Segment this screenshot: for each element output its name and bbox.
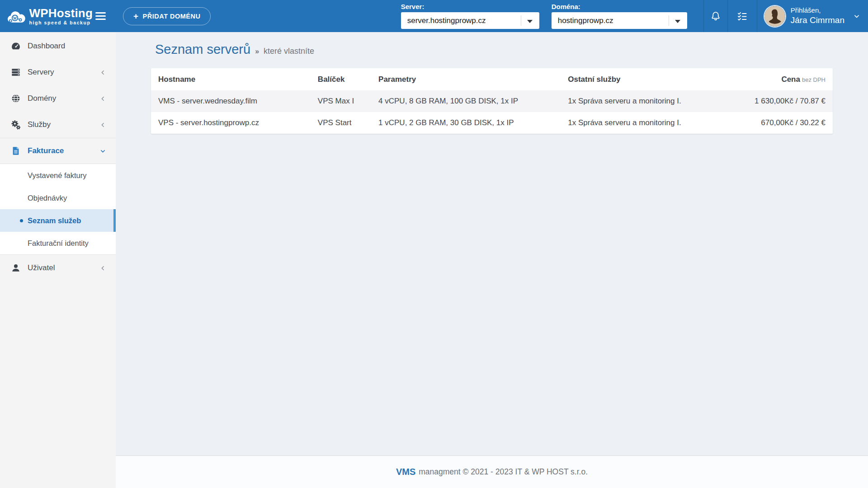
- page-subtitle: které vlastníte: [264, 47, 314, 56]
- server-select[interactable]: server.hostingprowp.cz: [401, 12, 539, 29]
- server-select-value: server.hostingprowp.cz: [407, 16, 486, 25]
- add-domain-button[interactable]: + PŘIDAT DOMÉNU: [123, 7, 211, 25]
- sidebar-item-domeny[interactable]: Domény: [0, 85, 116, 112]
- sidebar-subitem-objednavky[interactable]: Objednávky: [0, 187, 116, 209]
- menu-toggle-button[interactable]: [93, 9, 108, 23]
- user-status: Přihlášen,: [791, 6, 844, 15]
- user-name: Jára Cimrman: [791, 15, 844, 26]
- sidebar-item-uzivatel[interactable]: Uživatel: [0, 255, 116, 281]
- cell-hostname: VMS - server.wednesday.film: [151, 90, 311, 112]
- domain-select-value: hostingprowp.cz: [558, 16, 613, 25]
- domain-select-label: Doména:: [552, 3, 687, 10]
- brand: WPHosting high speed & backup: [0, 0, 116, 32]
- list-check-icon: [736, 11, 748, 22]
- sidebar-item-servery[interactable]: Servery: [0, 59, 116, 85]
- cell-services: 1x Správa serveru a monitoring I.: [561, 112, 730, 134]
- chevron-down-icon: [854, 13, 860, 19]
- col-parametry: Parametry: [371, 68, 561, 90]
- cell-params: 1 vCPU, 2 GB RAM, 30 GB DISK, 1x IP: [371, 112, 561, 134]
- caret-down-icon: [675, 20, 680, 23]
- content: Seznam serverů » které vlastníte Hostnam…: [116, 32, 868, 455]
- col-ostatni-sluzby: Ostatní služby: [561, 68, 730, 90]
- footer: VMS managment © 2021 - 2023 IT & WP HOST…: [116, 455, 868, 488]
- cloud-logo-icon: [5, 6, 27, 27]
- tasks-button[interactable]: [727, 0, 757, 32]
- notifications-button[interactable]: [703, 0, 727, 32]
- cell-price: 1 630,00Kč / 70.87 €: [731, 90, 833, 112]
- chevron-left-icon: [100, 265, 106, 271]
- app: WPHosting high speed & backup + PŘIDAT D…: [0, 0, 868, 488]
- top-header: WPHosting high speed & backup + PŘIDAT D…: [0, 0, 868, 32]
- bell-icon: [710, 11, 721, 22]
- sidebar-item-dashboard[interactable]: Dashboard: [0, 33, 116, 59]
- table-row: VPS - server.hostingprowp.cz VPS Start 1…: [151, 112, 833, 134]
- col-hostname: Hostname: [151, 68, 311, 90]
- cell-package: VPS Start: [311, 112, 371, 134]
- page-title: Seznam serverů » které vlastníte: [155, 42, 833, 57]
- avatar: [764, 6, 785, 27]
- invoice-icon: [11, 146, 21, 156]
- footer-brand: VMS: [396, 467, 415, 477]
- server-icon: [11, 67, 21, 77]
- brand-tagline: high speed & backup: [29, 20, 93, 25]
- cell-params: 4 vCPU, 8 GB RAM, 100 GB DISK, 1x IP: [371, 90, 561, 112]
- chevron-left-icon: [100, 70, 106, 75]
- cell-hostname: VPS - server.hostingprowp.cz: [151, 112, 311, 134]
- cell-services: 1x Správa serveru a monitoring I.: [561, 90, 730, 112]
- server-select-label: Server:: [401, 3, 539, 10]
- cell-price: 670,00Kč / 30.22 €: [731, 112, 833, 134]
- table-header-row: Hostname Balíček Parametry Ostatní služb…: [151, 68, 833, 90]
- chevron-left-icon: [100, 96, 106, 102]
- cena-note: bez DPH: [802, 76, 826, 83]
- chevron-left-icon: [100, 122, 106, 128]
- table-row: VMS - server.wednesday.film VPS Max I 4 …: [151, 90, 833, 112]
- user-menu[interactable]: Přihlášen, Jára Cimrman: [757, 0, 868, 32]
- brand-title: WPHosting: [29, 7, 93, 19]
- chevron-down-icon: [100, 148, 106, 154]
- col-balicek: Balíček: [311, 68, 371, 90]
- sidebar: Dashboard Servery: [0, 32, 116, 488]
- caret-down-icon: [527, 20, 533, 23]
- fakturace-submenu: Vystavené faktury Objednávky Seznam služ…: [0, 164, 116, 254]
- server-select-group: Server: server.hostingprowp.cz: [401, 0, 539, 29]
- add-domain-label: PŘIDAT DOMÉNU: [143, 13, 201, 20]
- domain-select-group: Doména: hostingprowp.cz: [552, 0, 687, 29]
- globe-icon: [11, 94, 21, 103]
- breadcrumb-separator: »: [255, 47, 259, 56]
- col-cena: Cenabez DPH: [731, 68, 833, 90]
- cell-package: VPS Max I: [311, 90, 371, 112]
- footer-text: managment © 2021 - 2023 IT & WP HOST s.r…: [419, 467, 588, 477]
- page-title-text: Seznam serverů: [155, 42, 250, 57]
- services-table: Hostname Balíček Parametry Ostatní služb…: [151, 68, 833, 134]
- sidebar-subitem-fakturacni-identity[interactable]: Fakturační identity: [0, 232, 116, 254]
- domain-select[interactable]: hostingprowp.cz: [552, 12, 687, 29]
- sidebar-item-fakturace[interactable]: Fakturace: [0, 138, 116, 164]
- sidebar-item-sluzby[interactable]: Služby: [0, 112, 116, 138]
- gears-icon: [11, 120, 21, 130]
- user-icon: [11, 263, 21, 273]
- sidebar-subitem-seznam-sluzeb[interactable]: Seznam služeb: [0, 209, 116, 232]
- bullet-dot-icon: [20, 219, 23, 222]
- plus-icon: +: [133, 12, 139, 20]
- services-table-card: Hostname Balíček Parametry Ostatní služb…: [151, 68, 833, 134]
- sidebar-subitem-vystavene-faktury[interactable]: Vystavené faktury: [0, 164, 116, 187]
- gauge-icon: [11, 41, 21, 51]
